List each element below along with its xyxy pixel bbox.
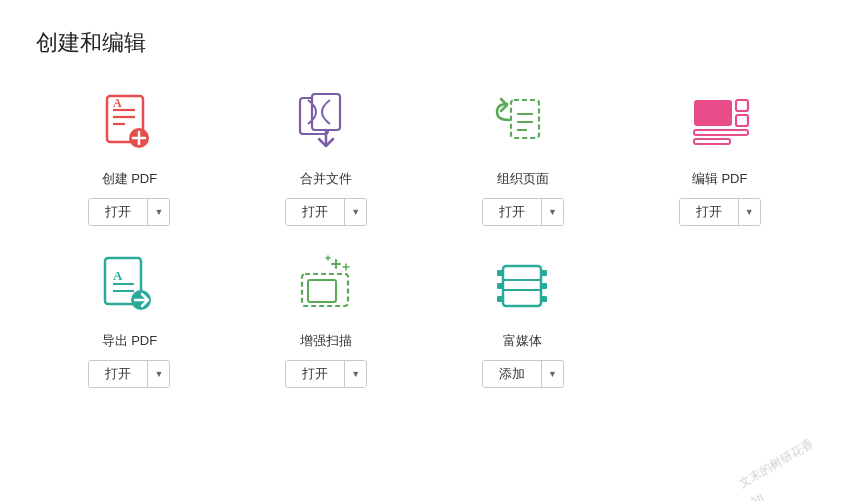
merge-files-open-button[interactable]: 打开 [286,199,344,225]
svg-rect-15 [694,100,732,126]
edit-pdf-btn-group: 打开 ▼ [679,198,761,226]
cards-grid: A 创建 PDF 打开 ▼ [36,88,813,388]
edit-pdf-open-button[interactable]: 打开 [680,199,738,225]
rich-media-btn-group: 添加 ▼ [482,360,564,388]
enhance-scan-open-button[interactable]: 打开 [286,361,344,387]
create-pdf-btn-group: 打开 ▼ [88,198,170,226]
svg-rect-37 [497,270,503,276]
watermark: 文末的树研花香 Ati [735,434,829,501]
watermark-line1: 文末的树研花香 [735,434,819,495]
rich-media-arrow-button[interactable]: ▼ [541,361,563,387]
organize-pages-btn-group: 打开 ▼ [482,198,564,226]
svg-rect-19 [694,139,730,144]
enhance-scan-icon [290,250,362,322]
svg-rect-17 [736,115,748,126]
merge-files-icon [290,88,362,160]
svg-rect-18 [694,130,748,135]
card-create-pdf: A 创建 PDF 打开 ▼ [36,88,223,226]
export-pdf-arrow-button[interactable]: ▼ [147,361,169,387]
edit-pdf-label: 编辑 PDF [692,170,748,188]
card-enhance-scan: 增强扫描 打开 ▼ [233,250,420,388]
enhance-scan-btn-group: 打开 ▼ [285,360,367,388]
svg-rect-40 [541,270,547,276]
rich-media-add-button[interactable]: 添加 [483,361,541,387]
svg-rect-41 [541,283,547,289]
create-pdf-icon: A [93,88,165,160]
export-pdf-open-button[interactable]: 打开 [89,361,147,387]
card-rich-media: 富媒体 添加 ▼ [430,250,617,388]
organize-pages-arrow-button[interactable]: ▼ [541,199,563,225]
rich-media-icon [487,250,559,322]
svg-rect-42 [541,296,547,302]
merge-files-label: 合并文件 [300,170,352,188]
svg-text:A: A [113,268,123,283]
edit-pdf-arrow-button[interactable]: ▼ [738,199,760,225]
svg-rect-34 [503,266,541,306]
edit-pdf-icon [684,88,756,160]
svg-rect-11 [511,100,539,138]
organize-pages-label: 组织页面 [497,170,549,188]
organize-pages-icon [487,88,559,160]
merge-files-btn-group: 打开 ▼ [285,198,367,226]
enhance-scan-arrow-button[interactable]: ▼ [344,361,366,387]
create-pdf-arrow-button[interactable]: ▼ [147,199,169,225]
svg-rect-39 [497,296,503,302]
card-organize-pages: 组织页面 打开 ▼ [430,88,617,226]
create-pdf-label: 创建 PDF [102,170,158,188]
create-pdf-open-button[interactable]: 打开 [89,199,147,225]
organize-pages-open-button[interactable]: 打开 [483,199,541,225]
export-pdf-btn-group: 打开 ▼ [88,360,170,388]
svg-rect-27 [308,280,336,302]
merge-files-arrow-button[interactable]: ▼ [344,199,366,225]
watermark-line2: Ati [745,452,829,501]
svg-text:A: A [113,96,122,110]
export-pdf-icon: A [93,250,165,322]
card-export-pdf: A 导出 PDF 打开 ▼ [36,250,223,388]
card-merge-files: 合并文件 打开 ▼ [233,88,420,226]
enhance-scan-label: 增强扫描 [300,332,352,350]
svg-rect-38 [497,283,503,289]
rich-media-label: 富媒体 [503,332,542,350]
svg-rect-16 [736,100,748,111]
page-title: 创建和编辑 [36,28,813,58]
main-container: 创建和编辑 A 创建 PDF [0,0,849,408]
card-edit-pdf: 编辑 PDF 打开 ▼ [626,88,813,226]
export-pdf-label: 导出 PDF [102,332,158,350]
